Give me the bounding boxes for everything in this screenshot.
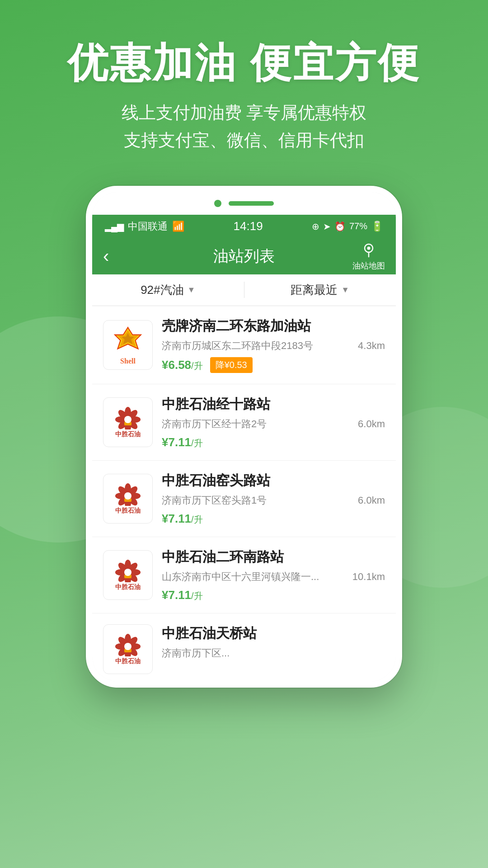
status-right: ⊕ ➤ ⏰ 77% 🔋 — [312, 221, 383, 232]
fuel-type-filter[interactable]: 92#汽油 ▼ — [92, 282, 244, 298]
station-distance: 6.0km — [358, 495, 385, 506]
status-time: 14:19 — [234, 219, 263, 233]
discount-badge: 降¥0.53 — [210, 357, 253, 373]
shell-brand-text: Shell — [120, 357, 136, 365]
station-info: 壳牌济南二环东路加油站 济南市历城区东二环路中段2183号 4.3km ¥6.5… — [162, 317, 385, 373]
station-addr-row: 济南市历下区... — [162, 646, 385, 660]
hero-title: 优惠加油 便宜方便 — [0, 41, 488, 85]
signal-icon: ▂▄▆ — [105, 221, 123, 232]
station-item[interactable]: 中胜石油 中胜石油二环南路站 山东济南市中区十六里河镇兴隆一... 10.1km… — [92, 537, 396, 613]
svg-point-45 — [124, 643, 131, 650]
station-address: 济南市历下区窑头路1号 — [162, 494, 352, 507]
hero-subtitle-line1: 线上支付加油费 享专属优惠特权 — [0, 99, 488, 127]
zhongshen-logo: 中胜石油 — [103, 397, 153, 447]
zhongshen-brand-text: 中胜石油 — [115, 430, 141, 439]
zhongshen-brand-text: 中胜石油 — [115, 507, 141, 515]
alarm-icon: ⏰ — [334, 221, 346, 232]
station-price-row: ¥6.58/升 降¥0.53 — [162, 357, 385, 373]
station-address: 济南市历城区东二环路中段2183号 — [162, 339, 352, 353]
zhongshen-brand-text: 中胜石油 — [115, 657, 141, 665]
station-addr-row: 济南市历下区窑头路1号 6.0km — [162, 494, 385, 507]
station-name: 中胜石油窑头路站 — [162, 472, 385, 490]
sort-filter[interactable]: 距离最近 ▼ — [244, 282, 396, 298]
navigation-icon: ➤ — [323, 221, 331, 232]
zhongshen-logo: 中胜石油 — [103, 550, 153, 600]
station-list: Shell 壳牌济南二环东路加油站 济南市历城区东二环路中段2183号 4.3k… — [92, 306, 396, 681]
camera-dot — [214, 200, 221, 207]
station-info: 中胜石油经十路站 济南市历下区经十路2号 6.0km ¥7.11/升 — [162, 395, 385, 449]
svg-point-1 — [367, 246, 371, 250]
station-price-row: ¥7.11/升 — [162, 512, 385, 526]
station-distance: 4.3km — [358, 340, 385, 352]
status-left: ▂▄▆ 中国联通 📶 — [105, 220, 184, 233]
map-label: 油站地图 — [352, 260, 385, 271]
station-price: ¥6.58/升 — [162, 358, 203, 372]
station-price-row: ¥7.11/升 — [162, 588, 385, 602]
fuel-type-label: 92#汽油 — [141, 282, 183, 298]
map-icon — [361, 241, 377, 261]
zhongshen-logo: 中胜石油 — [103, 474, 153, 524]
zhongshen-brand-text: 中胜石油 — [115, 583, 141, 591]
station-addr-row: 济南市历下区经十路2号 6.0km — [162, 417, 385, 431]
hero-subtitle-line2: 支持支付宝、微信、信用卡代扣 — [0, 127, 488, 154]
carrier-name: 中国联通 — [128, 220, 168, 233]
station-price: ¥7.11/升 — [162, 588, 203, 602]
battery-text: 77% — [349, 221, 367, 231]
station-address: 济南市历下区... — [162, 646, 380, 660]
station-info: 中胜石油二环南路站 山东济南市中区十六里河镇兴隆一... 10.1km ¥7.1… — [162, 548, 385, 602]
station-distance: 10.1km — [352, 571, 385, 583]
station-info: 中胜石油天桥站 济南市历下区... — [162, 624, 385, 665]
station-price-row: ¥7.11/升 — [162, 435, 385, 449]
phone-notch — [92, 192, 396, 215]
station-addr-row: 山东济南市中区十六里河镇兴隆一... 10.1km — [162, 570, 385, 584]
station-item[interactable]: Shell 壳牌济南二环东路加油站 济南市历城区东二环路中段2183号 4.3k… — [92, 306, 396, 384]
station-item[interactable]: 中胜石油 中胜石油窑头路站 济南市历下区窑头路1号 6.0km ¥7.11/升 — [92, 461, 396, 537]
svg-point-35 — [124, 569, 131, 576]
svg-point-25 — [124, 492, 131, 500]
navigation-bar: ‹ 油站列表 油站地图 — [92, 238, 396, 274]
station-price: ¥7.11/升 — [162, 512, 203, 526]
wifi-icon: 📶 — [172, 221, 184, 232]
hero-section: 优惠加油 便宜方便 线上支付加油费 享专属优惠特权 支持支付宝、微信、信用卡代扣 — [0, 0, 488, 172]
shell-logo: Shell — [103, 320, 153, 370]
station-address: 济南市历下区经十路2号 — [162, 417, 352, 431]
svg-point-15 — [124, 416, 131, 423]
fuel-type-arrow: ▼ — [188, 285, 196, 295]
speaker-bar — [229, 201, 274, 206]
hero-subtitle: 线上支付加油费 享专属优惠特权 支持支付宝、微信、信用卡代扣 — [0, 99, 488, 154]
station-distance: 6.0km — [358, 418, 385, 430]
sort-label: 距离最近 — [291, 282, 338, 298]
station-item-partial[interactable]: 中胜石油 中胜石油天桥站 济南市历下区... — [92, 613, 396, 681]
location-icon: ⊕ — [312, 221, 319, 232]
station-address: 山东济南市中区十六里河镇兴隆一... — [162, 570, 347, 584]
station-name: 中胜石油天桥站 — [162, 624, 385, 643]
zhongshen-logo: 中胜石油 — [103, 624, 153, 674]
status-bar: ▂▄▆ 中国联通 📶 14:19 ⊕ ➤ ⏰ 77% 🔋 — [92, 215, 396, 238]
back-button[interactable]: ‹ — [103, 246, 126, 266]
station-addr-row: 济南市历城区东二环路中段2183号 4.3km — [162, 339, 385, 353]
station-price: ¥7.11/升 — [162, 435, 203, 449]
station-name: 中胜石油经十路站 — [162, 395, 385, 414]
map-button[interactable]: 油站地图 — [352, 241, 385, 271]
phone-body: ▂▄▆ 中国联通 📶 14:19 ⊕ ➤ ⏰ 77% 🔋 ‹ 油站列表 — [86, 186, 402, 688]
station-item[interactable]: 中胜石油 中胜石油经十路站 济南市历下区经十路2号 6.0km ¥7.11/升 — [92, 384, 396, 461]
station-name: 中胜石油二环南路站 — [162, 548, 385, 566]
sort-arrow: ▼ — [341, 285, 349, 295]
station-name: 壳牌济南二环东路加油站 — [162, 317, 385, 335]
filter-bar: 92#汽油 ▼ 距离最近 ▼ — [92, 274, 396, 306]
station-info: 中胜石油窑头路站 济南市历下区窑头路1号 6.0km ¥7.11/升 — [162, 472, 385, 526]
battery-icon: 🔋 — [371, 221, 383, 232]
nav-title: 油站列表 — [213, 246, 275, 267]
